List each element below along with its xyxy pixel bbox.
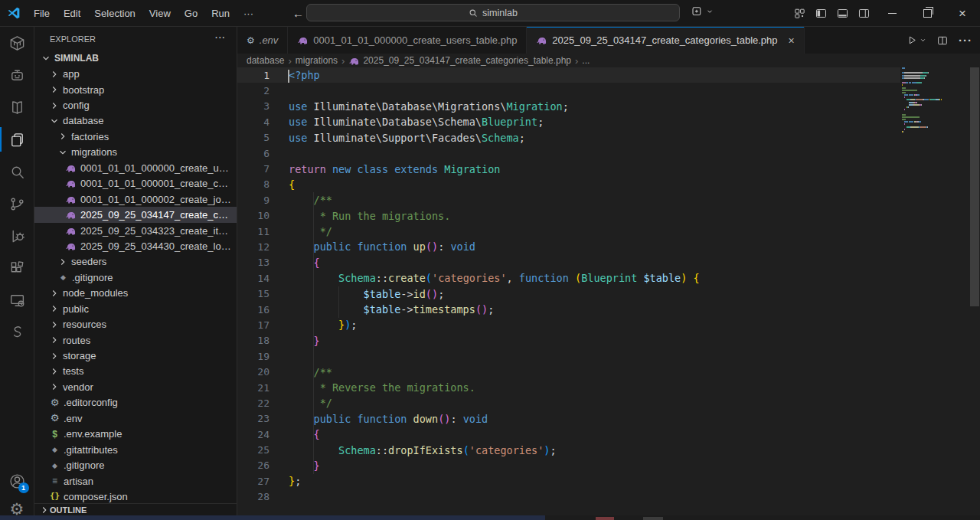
tree-item-label: composer.json: [61, 491, 131, 502]
toggle-panel-icon[interactable]: [831, 0, 853, 27]
tree-file-0001_01_01_000000_create_users_table.php[interactable]: 0001_01_01_000000_create_users_table.php: [34, 160, 237, 175]
run-code-button[interactable]: [906, 34, 926, 46]
tree-folder-vendor[interactable]: vendor: [34, 379, 237, 394]
code-line-content: $table->id();: [270, 288, 444, 300]
menu-item-2[interactable]: Selection: [87, 0, 142, 27]
tree-folder-public[interactable]: public: [34, 301, 237, 316]
tree-file-2025_09_25_034147_create_categories_table.php[interactable]: 2025_09_25_034147_create_categories_tabl…: [34, 207, 237, 222]
tree-folder-resources[interactable]: resources: [34, 316, 237, 332]
line-number: 20: [237, 366, 270, 378]
code-line: 13 {: [237, 255, 900, 270]
tree-file-0001_01_01_000002_create_jobs_table.php[interactable]: 0001_01_01_000002_create_jobs_table.php: [34, 191, 237, 207]
outline-section[interactable]: OUTLINE: [34, 503, 237, 515]
tree-folder-node_modules[interactable]: node_modules: [34, 286, 237, 301]
code-line: 7return new class extends Migration: [237, 161, 900, 176]
run-debug-icon[interactable]: [0, 220, 34, 252]
tree-item-label: 0001_01_01_000000_create_users_table.php: [78, 162, 237, 174]
tree-file-.gitignore[interactable]: ◆.gitignore: [34, 457, 237, 473]
tab-0001_01_01_000000_create_users_table.php[interactable]: 0001_01_01_000000_create_users_table.php: [288, 27, 527, 54]
code-editor[interactable]: 1<?php23use Illuminate\Database\Migratio…: [237, 67, 900, 505]
line-number: 17: [237, 319, 270, 331]
code-line: 2: [237, 83, 900, 98]
robot-icon[interactable]: [0, 59, 34, 91]
tree-folder-bootstrap[interactable]: bootstrap: [34, 82, 237, 97]
extensions-icon[interactable]: [0, 252, 34, 284]
split-editor-icon[interactable]: [936, 34, 949, 47]
tree-folder-database[interactable]: database: [34, 113, 237, 129]
close-button[interactable]: ×: [945, 0, 980, 27]
editor-more-actions-icon[interactable]: ···: [959, 34, 972, 47]
tree-file-.gitignore[interactable]: ◆.gitignore: [34, 270, 237, 285]
nav-back-icon[interactable]: ←: [292, 7, 304, 20]
copilot-icon[interactable]: [691, 5, 714, 18]
menu-item-0[interactable]: File: [27, 0, 57, 27]
search-icon[interactable]: [0, 155, 34, 188]
explorer-more-actions-icon[interactable]: ···: [215, 33, 226, 42]
tree-folder-routes[interactable]: routes: [34, 332, 237, 348]
chevron-right-icon: [48, 83, 60, 96]
menu-item-1[interactable]: Edit: [57, 0, 87, 27]
breadcrumb-item[interactable]: ...: [582, 55, 590, 66]
tree-file-.gitattributes[interactable]: ◆.gitattributes: [34, 442, 237, 457]
tree-folder-seeders[interactable]: seeders: [34, 254, 237, 270]
tree-folder-app[interactable]: app: [34, 66, 237, 81]
tree-file-2025_09_25_034323_create_items_table.php[interactable]: 2025_09_25_034323_create_items_table.php: [34, 223, 237, 238]
explorer-header: EXPLORER: [50, 34, 96, 44]
tree-file-composer.json[interactable]: {}composer.json: [34, 489, 237, 504]
toggle-sidebar-icon[interactable]: [810, 0, 831, 27]
code-line-content: public function up(): void: [270, 240, 475, 253]
restore-button[interactable]: [910, 0, 945, 27]
tree-file-artisan[interactable]: ≡artisan: [34, 473, 237, 489]
tree-file-0001_01_01_000001_create_cache_table.php[interactable]: 0001_01_01_000001_create_cache_table.php: [34, 176, 237, 191]
menu-item-3[interactable]: View: [142, 0, 178, 27]
explorer-icon[interactable]: [0, 123, 34, 155]
code-line-content: };: [270, 475, 301, 487]
command-center[interactable]: siminlab: [306, 4, 680, 21]
minimap-line: [902, 70, 969, 71]
search-icon: [469, 8, 478, 18]
tree-folder-config[interactable]: config: [34, 97, 237, 113]
remote-explorer-icon[interactable]: [0, 284, 34, 316]
tree-file-.env.example[interactable]: $.env.example: [34, 427, 237, 442]
code-line-content: <?php: [270, 69, 320, 81]
php-file-icon: [536, 34, 547, 46]
tree-folder-tests[interactable]: tests: [34, 364, 237, 379]
tab-2025_09_25_034147_create_categories_table.php[interactable]: 2025_09_25_034147_create_categories_tabl…: [527, 27, 804, 54]
code-line-content: }: [270, 335, 320, 347]
breadcrumb-item[interactable]: 2025_09_25_034147_create_categories_tabl…: [348, 55, 571, 67]
account-icon[interactable]: 1: [0, 465, 34, 497]
code-line-content: /**: [270, 194, 332, 206]
customize-layout-icon[interactable]: [789, 0, 810, 27]
tree-folder-factories[interactable]: factories: [34, 129, 237, 144]
artisan-file-icon: ≡: [48, 475, 61, 487]
chevron-right-icon: [48, 68, 60, 80]
tree-folder-SIMINLAB[interactable]: SIMINLAB: [34, 51, 237, 66]
chevron-right-icon: [39, 505, 50, 515]
tree-folder-storage[interactable]: storage: [34, 348, 237, 363]
tree-file-.env[interactable]: ⚙.env: [34, 410, 237, 426]
tree-file-.editorconfig[interactable]: ⚙.editorconfig: [34, 395, 237, 410]
tree-item-label: 0001_01_01_000002_create_jobs_table.php: [78, 194, 237, 205]
editor-scrollbar[interactable]: [969, 67, 980, 520]
menu-item-5[interactable]: Run: [204, 0, 237, 27]
tab-close-icon[interactable]: ×: [789, 34, 795, 47]
tab-.env[interactable]: ⚙.env: [237, 27, 288, 54]
menu-item-4[interactable]: Go: [178, 0, 204, 27]
tree-folder-migrations[interactable]: migrations: [34, 145, 237, 160]
minimize-button[interactable]: [874, 0, 910, 27]
tree-file-2025_09_25_034430_create_loans_table.php[interactable]: 2025_09_25_034430_create_loans_table.php: [34, 238, 237, 253]
scrollbar-thumb[interactable]: [970, 67, 979, 306]
menu-item-6[interactable]: ···: [237, 0, 260, 27]
code-line: 5use Illuminate\Support\Facades\Schema;: [237, 130, 900, 146]
breadcrumb-separator-icon: ›: [341, 55, 345, 67]
source-control-icon[interactable]: [0, 188, 34, 220]
container-icon[interactable]: [0, 27, 34, 59]
breadcrumb-item[interactable]: database: [247, 55, 284, 66]
code-line-content: public function down(): void: [270, 413, 488, 425]
code-line: 17 });: [237, 317, 900, 332]
book-icon[interactable]: [0, 91, 34, 123]
s-logo-icon[interactable]: [0, 316, 34, 348]
toggle-secondary-sidebar-icon[interactable]: [853, 0, 874, 27]
breadcrumb-item[interactable]: migrations: [296, 55, 338, 66]
minimap[interactable]: [902, 67, 969, 136]
